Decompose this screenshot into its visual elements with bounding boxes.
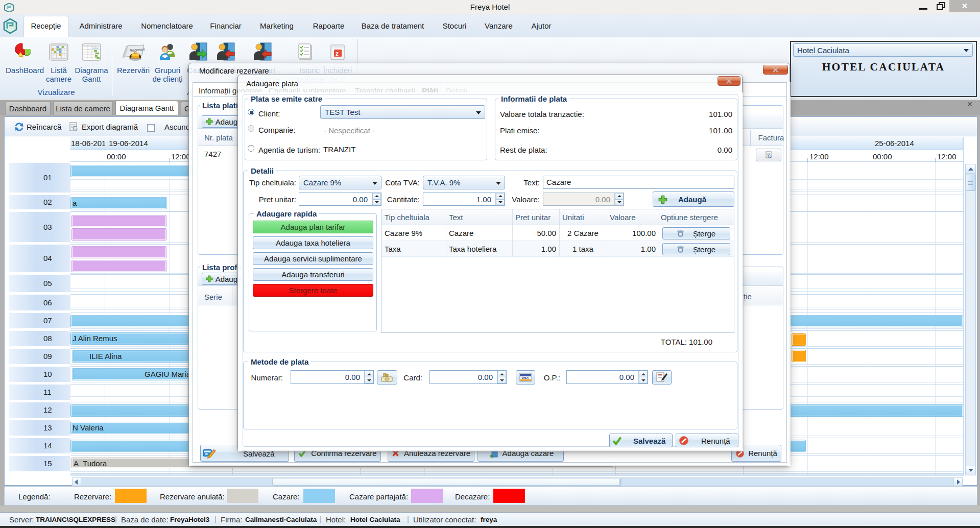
svg-text:z: z — [336, 50, 339, 57]
